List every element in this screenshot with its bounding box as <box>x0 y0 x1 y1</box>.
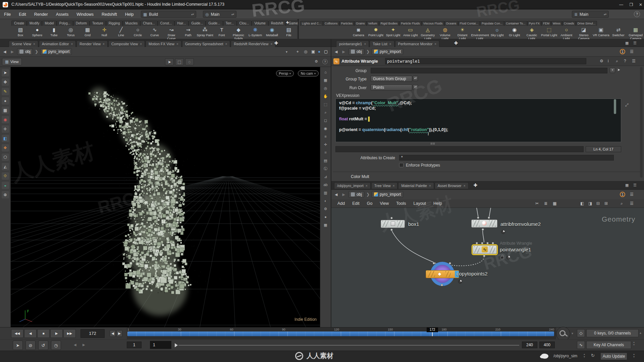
shelf-tool[interactable]: ▤ File <box>280 26 297 40</box>
shelf-tab[interactable]: Viscous Fluids <box>422 21 444 26</box>
shelf-tab[interactable]: Grains <box>354 21 367 26</box>
menu-item[interactable]: Go <box>367 201 373 206</box>
keyframe-icon[interactable]: ◇ <box>577 329 585 337</box>
info-icon[interactable]: i <box>608 59 609 63</box>
forward-icon[interactable]: ▶ <box>9 49 15 55</box>
viewport-tool-icon[interactable]: ❖ <box>2 144 9 152</box>
playbar-toggle-button[interactable]: ⊘ <box>25 341 36 350</box>
shelf-tool[interactable]: ● Sphere <box>29 26 46 40</box>
shelf-tab[interactable]: Hair... <box>174 20 189 26</box>
playback-start-field[interactable]: 1 <box>150 341 171 349</box>
node-label[interactable]: box1 <box>408 221 419 227</box>
node-attribfromvolume2[interactable] <box>471 220 497 228</box>
display-option-icon[interactable]: ⬚ <box>323 101 329 107</box>
current-frame-field[interactable]: 172 <box>80 329 105 338</box>
node-label[interactable]: attribfromvolume2 <box>500 221 541 227</box>
pane-layout-icon[interactable]: ▦ <box>625 183 629 187</box>
pane-tab[interactable]: Scene View × <box>9 41 38 47</box>
playbar-toggle-button[interactable]: ➤ <box>13 341 23 350</box>
pane-menu-icon[interactable]: ☰ <box>633 41 637 45</box>
viewport-tool-icon[interactable]: ◒ <box>2 182 9 189</box>
attributes-to-create-field[interactable]: * <box>399 155 614 161</box>
view-mode-chip[interactable]: ▦ View <box>2 58 22 65</box>
shelf-tool[interactable]: ▦ Grid <box>79 26 96 40</box>
pane-menu-icon[interactable]: ☰ <box>630 192 634 197</box>
snap-icon[interactable]: ⚙ <box>315 59 318 64</box>
take-selector[interactable]: ≣ Main ▴▾ <box>572 11 609 18</box>
viewport-tool-icon[interactable]: ⬡ <box>2 154 9 161</box>
display-option-icon[interactable]: ⌂ <box>323 69 329 75</box>
add-pane-tab-button[interactable]: ✚ <box>472 182 479 188</box>
display-option-icon[interactable]: ⊿ <box>323 174 329 180</box>
display-option-icon[interactable]: ▦ <box>323 222 329 228</box>
close-icon[interactable]: × <box>429 184 431 188</box>
close-icon[interactable]: × <box>71 42 73 46</box>
back-icon[interactable]: ◀ <box>2 49 7 55</box>
shelf-add-button[interactable]: ✚ <box>286 20 289 25</box>
shelf-tab[interactable]: Vellum <box>367 21 379 26</box>
snapshot-icon[interactable]: ▣ <box>311 49 315 54</box>
playback-button[interactable]: ◀ <box>24 329 37 338</box>
node-copytopoints2[interactable]: ◆ <box>430 262 454 286</box>
pane-tab[interactable]: Geometry Spreadsheet × <box>182 41 230 47</box>
close-icon[interactable]: × <box>103 42 105 46</box>
shelf-tool[interactable]: ⁂ Spray Paint <box>197 26 213 40</box>
pane-tab[interactable]: Take List × <box>370 41 394 47</box>
menu-item[interactable]: File <box>4 12 11 17</box>
range-slider-handle[interactable] <box>175 343 178 347</box>
shelf-tab[interactable]: Create <box>11 20 27 26</box>
shelf-tab[interactable]: Particles <box>339 21 355 26</box>
back-icon[interactable]: ◀ <box>333 192 339 197</box>
group-select-arrow-icon[interactable]: ➤ <box>617 68 620 72</box>
node-input-dot[interactable] <box>481 242 483 244</box>
menu-item[interactable]: Help <box>125 12 134 17</box>
select-arrow-icon[interactable]: ➤ <box>165 58 174 65</box>
code-scrollbar[interactable] <box>614 99 616 114</box>
pane-menu-icon[interactable]: ☰ <box>633 183 637 187</box>
node-name-field[interactable]: pointwrangle1 <box>385 58 586 64</box>
shelf-tab[interactable]: Const... <box>158 20 174 26</box>
shelf-tool[interactable]: ◈ Caustic Light <box>523 26 541 40</box>
keys-summary-button[interactable]: 0 keys, 0/0 channels <box>586 329 639 337</box>
pane-tab[interactable]: /obj/pyro_import × <box>334 182 371 189</box>
shelf-tab[interactable]: Lights and C... <box>300 21 323 26</box>
path-context-chip[interactable]: obj <box>348 191 364 198</box>
node-input-dot[interactable] <box>492 242 494 244</box>
node-output-dot[interactable] <box>390 229 393 231</box>
node-output-dot[interactable] <box>482 228 484 231</box>
key-all-channels-button[interactable]: Key All Channels <box>586 341 631 349</box>
pane-tab[interactable]: Motion FX View × <box>146 41 181 47</box>
display-option-icon[interactable]: ✋ <box>323 93 329 99</box>
spinner-icon[interactable]: ▴▾ <box>413 76 418 81</box>
menu-item[interactable]: Redshift <box>102 12 117 17</box>
resize-grip[interactable] <box>431 143 435 144</box>
viewport-tool-icon[interactable]: ⊕ <box>2 191 9 198</box>
display-option-icon[interactable]: ⌕ <box>323 109 329 115</box>
viewport-tool-icon[interactable]: ▦ <box>2 107 9 114</box>
shelf-tool[interactable]: ⬚ Portal Light <box>540 26 558 40</box>
close-icon[interactable]: × <box>434 42 436 46</box>
playback-button[interactable]: ◀◀ <box>11 329 23 338</box>
close-icon[interactable]: × <box>366 184 368 188</box>
step-forward-button[interactable]: ▶ <box>116 330 122 337</box>
menu-item[interactable]: Windows <box>76 12 94 17</box>
global-end-field[interactable]: 400 <box>539 342 555 348</box>
cut-icon[interactable]: ✂ <box>535 201 539 206</box>
network-graph[interactable]: box1 attribfromvolume2 ∿ <box>331 208 644 327</box>
help-button[interactable]: ? <box>634 11 640 17</box>
shelf-tool[interactable]: ✦ Spot Light <box>384 26 402 40</box>
persp-selector[interactable]: Persp ▾ <box>276 70 294 76</box>
grid-icon[interactable]: ▦ <box>553 201 556 206</box>
display-option-icon[interactable]: ⚙ <box>323 206 329 212</box>
pane-tab[interactable]: Animation Editor × <box>39 41 76 47</box>
shelf-tab[interactable]: Redshift <box>268 20 286 26</box>
material-sphere-icon[interactable]: ● <box>318 49 320 54</box>
shelf-tab[interactable]: Oceans <box>444 21 458 26</box>
shelf-tool[interactable]: ⇝ Path <box>180 26 197 40</box>
shelf-tab[interactable]: Modify <box>27 20 42 26</box>
close-button[interactable]: ✕ <box>636 1 644 8</box>
add-pane-tab-button[interactable]: ✚ <box>452 40 460 46</box>
auto-update-selector[interactable]: Auto Update <box>600 353 627 360</box>
params-scrollbar[interactable] <box>640 67 643 178</box>
viewport-tool-icon[interactable]: ✎ <box>2 88 9 95</box>
